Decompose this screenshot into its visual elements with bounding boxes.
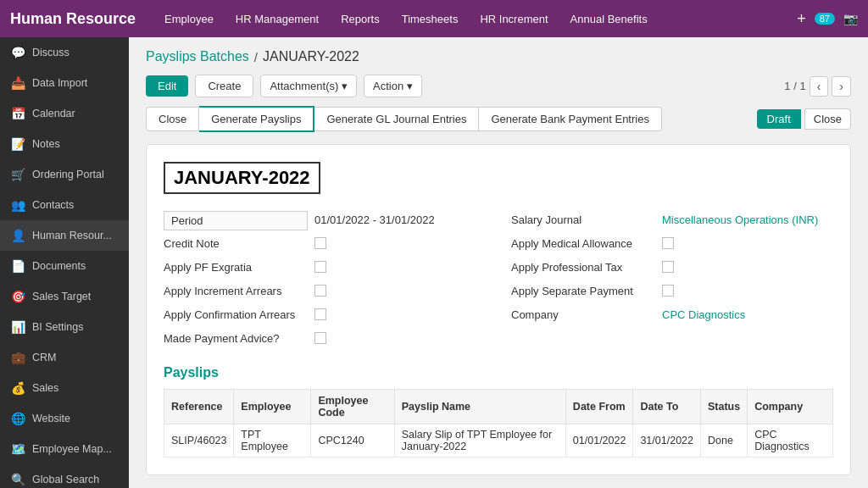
pagination-prev-button[interactable]: ‹ (810, 76, 829, 97)
sidebar-label-human-resource: Human Resour... (32, 230, 112, 241)
col-status: Status (700, 390, 747, 424)
generate-bank-payment-button[interactable]: Generate Bank Payment Entries (479, 107, 661, 131)
add-menu-icon[interactable]: + (797, 10, 806, 28)
payslips-section: Payslips Reference Employee Employee Cod… (164, 365, 833, 458)
col-employee-code: Employee Code (311, 390, 394, 424)
apply-increment-checkbox[interactable] (314, 285, 326, 297)
salary-journal-value[interactable]: Miscellaneous Operations (INR) (662, 211, 833, 226)
nav-hr-increment[interactable]: HR Increment (476, 11, 551, 27)
sidebar-item-sales[interactable]: 💰 Sales (0, 373, 129, 403)
apply-pf-checkbox[interactable] (314, 261, 326, 273)
sidebar-label-sales-target: Sales Target (32, 291, 91, 302)
notification-badge[interactable]: 87 (815, 13, 835, 25)
apply-separate-checkbox[interactable] (662, 285, 674, 297)
nav-timesheets[interactable]: Timesheets (398, 11, 462, 27)
discuss-icon: 💬 (10, 45, 25, 60)
credit-note-row: Credit Note (164, 233, 486, 257)
generate-payslips-button[interactable]: Generate Payslips (199, 106, 314, 132)
form-card: JANUARY-2022 Period 01/01/2022 - 31/01/2… (146, 144, 851, 475)
action-button[interactable]: Action ▾ (364, 75, 422, 97)
apply-confirmation-label: Apply Confirmation Arrears (164, 306, 308, 321)
sidebar-item-sales-target[interactable]: 🎯 Sales Target (0, 281, 129, 312)
close-status-button[interactable]: Close (804, 108, 851, 130)
app-brand: Human Resource (10, 10, 136, 28)
sidebar: 💬 Discuss 📥 Data Import 📅 Calendar 📝 Not… (0, 37, 129, 488)
action-bar: Edit Create Attachment(s) ▾ Action ▾ 1 /… (146, 75, 851, 97)
made-payment-checkbox[interactable] (314, 332, 326, 344)
sidebar-item-contacts[interactable]: 👥 Contacts (0, 190, 129, 220)
crm-icon: 💼 (10, 350, 25, 365)
sidebar-item-human-resource[interactable]: 👤 Human Resour... (0, 220, 129, 251)
navbar: Human Resource Employee HR Management Re… (0, 0, 868, 37)
status-area: Draft Close (757, 108, 851, 130)
sidebar-label-notes: Notes (32, 138, 60, 150)
breadcrumb-parent[interactable]: Payslips Batches (146, 49, 249, 64)
nav-employee[interactable]: Employee (161, 11, 217, 27)
contacts-icon: 👥 (10, 197, 25, 213)
apply-confirmation-checkbox[interactable] (314, 308, 326, 320)
company-value[interactable]: CPC Diagnostics (662, 306, 833, 321)
table-row[interactable]: SLIP/46023TPT EmployeeCPC1240Salary Slip… (164, 424, 833, 458)
nav-hr-management[interactable]: HR Management (232, 11, 322, 27)
content-area: Payslips Batches / JANUARY-2022 Edit Cre… (129, 37, 868, 488)
col-payslip-name: Payslip Name (394, 390, 565, 424)
attachments-button[interactable]: Attachment(s) ▾ (260, 75, 357, 97)
sidebar-item-ordering-portal[interactable]: 🛒 Ordering Portal (0, 159, 129, 190)
sidebar-label-data-import: Data Import (32, 77, 87, 89)
ordering-portal-icon: 🛒 (10, 167, 25, 182)
credit-note-checkbox[interactable] (314, 237, 326, 249)
sidebar-item-documents[interactable]: 📄 Documents (0, 251, 129, 281)
data-import-icon: 📥 (10, 75, 25, 91)
sidebar-label-employee-map: Employee Map... (32, 443, 112, 455)
close-button[interactable]: Close (146, 107, 199, 131)
sidebar-label-calendar: Calendar (32, 108, 75, 119)
col-employee: Employee (234, 390, 311, 424)
pagination-text: 1 / 1 (784, 80, 805, 92)
sidebar-item-calendar[interactable]: 📅 Calendar (0, 98, 129, 129)
edit-button[interactable]: Edit (146, 75, 188, 97)
form-grid: Period 01/01/2022 - 31/01/2022 Credit No… (164, 209, 833, 352)
navbar-right: + 87 📷 (797, 10, 858, 28)
col-date-from: Date From (565, 390, 633, 424)
status-badge: Draft (757, 109, 801, 129)
pagination-next-button[interactable]: › (832, 76, 851, 97)
sidebar-item-employee-map[interactable]: 🗺️ Employee Map... (0, 434, 129, 464)
sidebar-item-website[interactable]: 🌐 Website (0, 403, 129, 434)
apply-increment-row: Apply Increment Arrears (164, 280, 486, 304)
sidebar-item-bi-settings[interactable]: 📊 BI Settings (0, 312, 129, 342)
payslips-table: Reference Employee Employee Code Payslip… (164, 389, 833, 458)
generate-gl-journal-button[interactable]: Generate GL Journal Entries (314, 107, 479, 131)
apply-professional-checkbox[interactable] (662, 261, 674, 273)
credit-note-label: Credit Note (164, 235, 308, 250)
sidebar-item-data-import[interactable]: 📥 Data Import (0, 68, 129, 98)
human-resource-icon: 👤 (10, 228, 25, 243)
main-content: Payslips Batches / JANUARY-2022 Edit Cre… (129, 37, 868, 488)
sidebar-item-crm[interactable]: 💼 CRM (0, 342, 129, 373)
breadcrumb-separator: / (254, 50, 258, 64)
navbar-menu: Employee HR Management Reports Timesheet… (161, 11, 780, 27)
form-right-col: Salary Journal Miscellaneous Operations … (511, 209, 833, 352)
apply-medical-row: Apply Medical Allowance (511, 233, 833, 257)
apply-separate-label: Apply Separate Payment (511, 282, 655, 297)
sidebar-label-ordering-portal: Ordering Portal (32, 169, 104, 180)
apply-increment-label: Apply Increment Arrears (164, 282, 308, 297)
action-chevron-icon: ▾ (407, 80, 413, 92)
action-label: Action (373, 80, 403, 92)
nav-reports[interactable]: Reports (337, 11, 383, 27)
breadcrumb-current: JANUARY-2022 (263, 49, 359, 64)
apply-professional-label: Apply Professional Tax (511, 258, 655, 274)
sidebar-item-global-search[interactable]: 🔍 Global Search (0, 464, 129, 488)
documents-icon: 📄 (10, 258, 25, 274)
create-button[interactable]: Create (195, 75, 253, 97)
apply-professional-row: Apply Professional Tax (511, 257, 833, 280)
nav-annual-benefits[interactable]: Annual Benefits (567, 11, 651, 27)
attachments-chevron-icon: ▾ (342, 80, 348, 92)
attachments-label: Attachment(s) (270, 80, 338, 92)
pagination: 1 / 1 ‹ › (784, 76, 851, 97)
apply-medical-checkbox[interactable] (662, 237, 674, 249)
apply-confirmation-row: Apply Confirmation Arrears (164, 304, 486, 328)
sidebar-item-notes[interactable]: 📝 Notes (0, 129, 129, 159)
sidebar-item-discuss[interactable]: 💬 Discuss (0, 37, 129, 68)
camera-icon: 📷 (843, 12, 858, 25)
global-search-icon: 🔍 (10, 472, 25, 487)
